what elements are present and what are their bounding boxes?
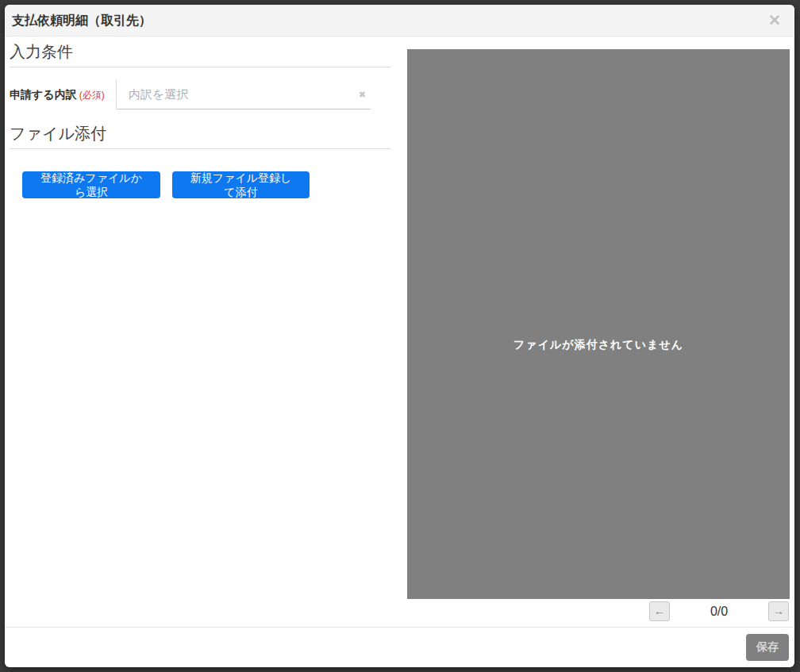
- footer-divider: [5, 627, 794, 628]
- form-vertical-divider: [116, 79, 117, 109]
- breakdown-label: 申請する内訳(必須): [10, 79, 105, 110]
- next-page-button[interactable]: →: [768, 601, 789, 621]
- close-icon[interactable]: ✕: [768, 5, 781, 36]
- modal-title: 支払依頼明細（取引先）: [12, 5, 152, 36]
- payment-request-detail-modal: 支払依頼明細（取引先） ✕ 入力条件 申請する内訳(必須) ✖ ファイル添付 登…: [5, 5, 794, 667]
- select-registered-file-button[interactable]: 登録済みファイルから選択: [22, 171, 160, 198]
- file-preview-area: ファイルが添付されていません: [407, 49, 790, 599]
- breakdown-label-text: 申請する内訳: [10, 88, 77, 101]
- modal-header: 支払依頼明細（取引先） ✕: [5, 5, 794, 36]
- arrow-left-icon: ←: [654, 605, 665, 617]
- section-input-conditions: 入力条件: [10, 41, 391, 67]
- clear-icon[interactable]: ✖: [359, 90, 366, 98]
- preview-empty-message: ファイルが添付されていません: [513, 338, 683, 352]
- prev-page-button[interactable]: ←: [649, 601, 670, 621]
- breakdown-select-input[interactable]: [117, 79, 371, 109]
- breakdown-select[interactable]: ✖: [117, 79, 371, 109]
- required-badge: (必須): [79, 90, 105, 101]
- arrow-right-icon: →: [773, 605, 784, 617]
- register-new-file-button[interactable]: 新規ファイル登録して添付: [172, 171, 310, 198]
- save-button[interactable]: 保存: [746, 634, 789, 661]
- page-counter: 0/0: [670, 601, 768, 621]
- section-file-attachment: ファイル添付: [10, 123, 391, 149]
